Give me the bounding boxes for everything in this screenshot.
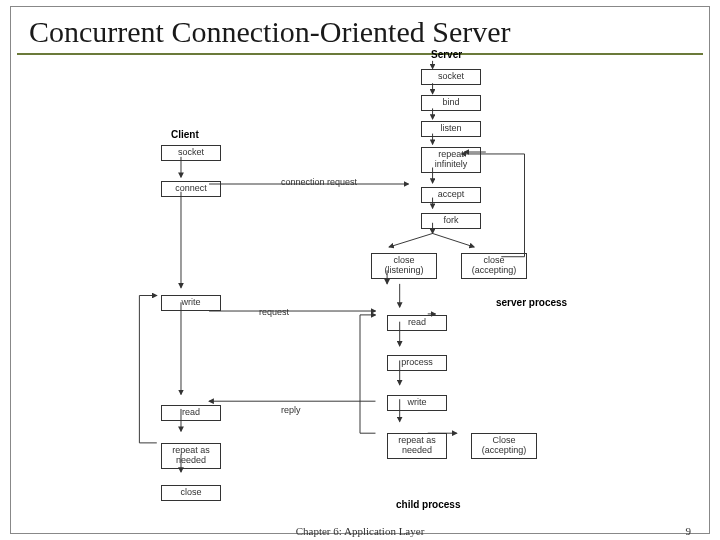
chapter-label: Chapter 6: Application Layer [296,525,425,537]
server-listen-box: listen [421,121,481,137]
slide-frame: Concurrent Connection-Oriented Server Se… [10,6,710,534]
svg-line-7 [389,233,433,247]
child-close-accepting-box: Close (accepting) [471,433,537,459]
client-read-box: read [161,405,221,421]
client-connect-box: connect [161,181,221,197]
request-label: request [259,307,289,317]
server-process-label: server process [496,297,567,308]
server-bind-box: bind [421,95,481,111]
server-repeat-inf-box: repeat infinitely [421,147,481,173]
server-fork-box: fork [421,213,481,229]
server-accept-box: accept [421,187,481,203]
client-repeat-box: repeat as needed [161,443,221,469]
server-header-label: Server [431,49,462,60]
child-repeat-box: repeat as needed [387,433,447,459]
conn-request-label: connection request [281,177,357,187]
client-write-box: write [161,295,221,311]
child-process-box: process [387,355,447,371]
child-read-box: read [387,315,447,331]
reply-label: reply [281,405,301,415]
diagram-area: Server Client server process child proce… [31,57,689,503]
client-close-box: close [161,485,221,501]
client-socket-box: socket [161,145,221,161]
child-write-box: write [387,395,447,411]
client-header-label: Client [171,129,199,140]
close-accepting-box: close (accepting) [461,253,527,279]
svg-line-8 [433,233,475,247]
diagram-arrows [31,57,689,503]
server-socket-box: socket [421,69,481,85]
page-number: 9 [686,525,692,537]
slide-title: Concurrent Connection-Oriented Server [17,7,703,55]
child-process-label: child process [396,499,460,510]
close-listening-box: close (listening) [371,253,437,279]
